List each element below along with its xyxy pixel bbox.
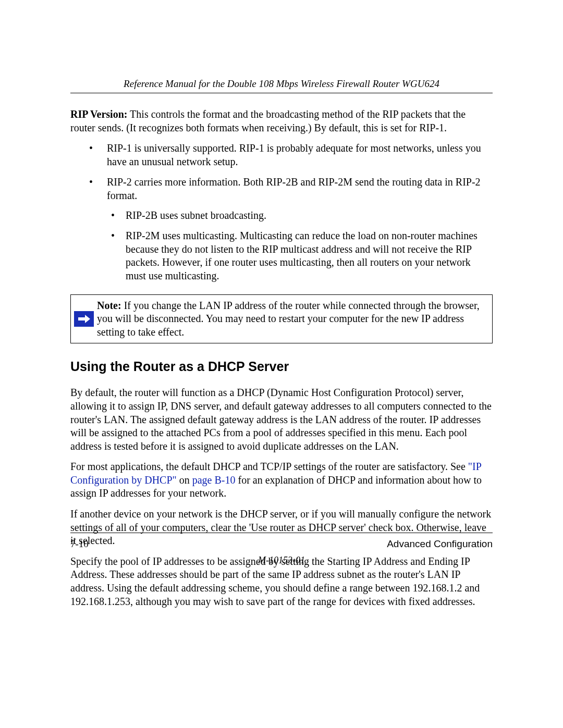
paragraph-text: on [177, 474, 192, 486]
list-item-text: RIP-1 is universally supported. RIP-1 is… [107, 142, 481, 167]
rip-sub-bullet-list: RIP-2B uses subnet broadcasting. RIP-2M … [107, 209, 493, 283]
svg-marker-1 [85, 315, 90, 323]
note-label: Note: [97, 300, 121, 311]
rip-version-label: RIP Version: [70, 108, 127, 120]
footer-rule [70, 533, 493, 533]
page-footer: 7-10 Advanced Configuration M-10153-01 [70, 533, 493, 566]
list-item: RIP-2B uses subnet broadcasting. [126, 209, 493, 223]
section-heading: Using the Router as a DHCP Server [70, 358, 493, 375]
note-callout: Note: If you change the LAN IP address o… [70, 294, 493, 344]
svg-rect-0 [78, 317, 85, 320]
header-rule [70, 93, 493, 93]
page-header-title: Reference Manual for the Double 108 Mbps… [70, 78, 493, 90]
chapter-name: Advanced Configuration [387, 538, 493, 550]
list-item: RIP-2M uses multicasting. Multicasting c… [126, 229, 493, 282]
body-paragraph: By default, the router will function as … [70, 386, 493, 453]
note-icon-cell [71, 295, 97, 343]
rip-intro-text: This controls the format and the broadca… [70, 108, 466, 133]
list-item-text: RIP-2 carries more information. Both RIP… [107, 176, 481, 201]
arrow-right-icon [74, 311, 94, 327]
footer-row: 7-10 Advanced Configuration [70, 538, 493, 550]
list-item: RIP-1 is universally supported. RIP-1 is… [107, 142, 493, 168]
body-paragraph: For most applications, the default DHCP … [70, 460, 493, 500]
list-item-text: RIP-2B uses subnet broadcasting. [126, 209, 266, 221]
page-number: 7-10 [70, 538, 89, 550]
rip-bullet-list: RIP-1 is universally supported. RIP-1 is… [70, 142, 493, 282]
list-item: RIP-2 carries more information. Both RIP… [107, 176, 493, 282]
note-text: Note: If you change the LAN IP address o… [97, 295, 492, 343]
list-item-text: RIP-2M uses multicasting. Multicasting c… [126, 230, 478, 281]
document-page: Reference Manual for the Double 108 Mbps… [0, 0, 563, 608]
note-body: If you change the LAN IP address of the … [97, 300, 480, 338]
document-id: M-10153-01 [70, 555, 493, 566]
paragraph-text: For most applications, the default DHCP … [70, 461, 468, 472]
cross-reference-link[interactable]: page B-10 [192, 474, 236, 486]
rip-intro-paragraph: RIP Version: This controls the format an… [70, 108, 493, 134]
